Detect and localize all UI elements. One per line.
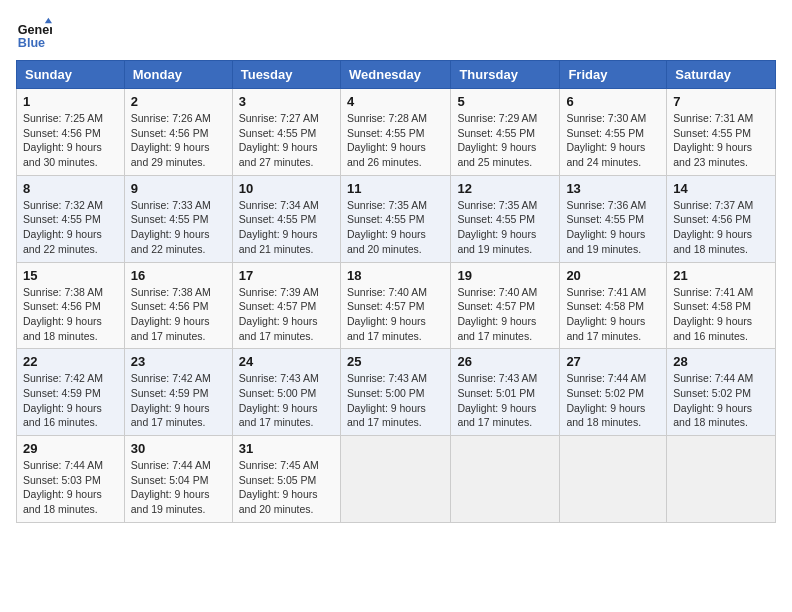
calendar-cell: 22 Sunrise: 7:42 AMSunset: 4:59 PMDaylig… xyxy=(17,349,125,436)
day-number: 15 xyxy=(23,268,118,283)
calendar-cell: 4 Sunrise: 7:28 AMSunset: 4:55 PMDayligh… xyxy=(340,89,450,176)
day-number: 5 xyxy=(457,94,553,109)
day-number: 14 xyxy=(673,181,769,196)
day-info: Sunrise: 7:42 AMSunset: 4:59 PMDaylight:… xyxy=(23,371,118,430)
day-number: 4 xyxy=(347,94,444,109)
calendar-table: SundayMondayTuesdayWednesdayThursdayFrid… xyxy=(16,60,776,523)
day-info: Sunrise: 7:41 AMSunset: 4:58 PMDaylight:… xyxy=(566,285,660,344)
day-number: 19 xyxy=(457,268,553,283)
calendar-cell: 5 Sunrise: 7:29 AMSunset: 4:55 PMDayligh… xyxy=(451,89,560,176)
calendar-cell: 16 Sunrise: 7:38 AMSunset: 4:56 PMDaylig… xyxy=(124,262,232,349)
day-info: Sunrise: 7:31 AMSunset: 4:55 PMDaylight:… xyxy=(673,111,769,170)
calendar-cell: 29 Sunrise: 7:44 AMSunset: 5:03 PMDaylig… xyxy=(17,436,125,523)
svg-marker-2 xyxy=(45,18,52,23)
day-number: 30 xyxy=(131,441,226,456)
calendar-cell: 2 Sunrise: 7:26 AMSunset: 4:56 PMDayligh… xyxy=(124,89,232,176)
weekday-header-saturday: Saturday xyxy=(667,61,776,89)
weekday-header-wednesday: Wednesday xyxy=(340,61,450,89)
calendar-cell: 12 Sunrise: 7:35 AMSunset: 4:55 PMDaylig… xyxy=(451,175,560,262)
calendar-cell xyxy=(667,436,776,523)
calendar-cell: 9 Sunrise: 7:33 AMSunset: 4:55 PMDayligh… xyxy=(124,175,232,262)
day-info: Sunrise: 7:32 AMSunset: 4:55 PMDaylight:… xyxy=(23,198,118,257)
weekday-header-monday: Monday xyxy=(124,61,232,89)
day-number: 27 xyxy=(566,354,660,369)
svg-text:Blue: Blue xyxy=(18,36,45,50)
day-info: Sunrise: 7:45 AMSunset: 5:05 PMDaylight:… xyxy=(239,458,334,517)
calendar-cell: 23 Sunrise: 7:42 AMSunset: 4:59 PMDaylig… xyxy=(124,349,232,436)
day-info: Sunrise: 7:34 AMSunset: 4:55 PMDaylight:… xyxy=(239,198,334,257)
day-number: 18 xyxy=(347,268,444,283)
day-number: 1 xyxy=(23,94,118,109)
calendar-cell: 30 Sunrise: 7:44 AMSunset: 5:04 PMDaylig… xyxy=(124,436,232,523)
page-header: General Blue xyxy=(16,16,776,52)
calendar-cell: 11 Sunrise: 7:35 AMSunset: 4:55 PMDaylig… xyxy=(340,175,450,262)
calendar-cell xyxy=(451,436,560,523)
day-number: 22 xyxy=(23,354,118,369)
day-info: Sunrise: 7:35 AMSunset: 4:55 PMDaylight:… xyxy=(347,198,444,257)
day-info: Sunrise: 7:37 AMSunset: 4:56 PMDaylight:… xyxy=(673,198,769,257)
day-number: 21 xyxy=(673,268,769,283)
day-info: Sunrise: 7:44 AMSunset: 5:03 PMDaylight:… xyxy=(23,458,118,517)
day-number: 29 xyxy=(23,441,118,456)
calendar-cell: 28 Sunrise: 7:44 AMSunset: 5:02 PMDaylig… xyxy=(667,349,776,436)
day-number: 24 xyxy=(239,354,334,369)
day-info: Sunrise: 7:38 AMSunset: 4:56 PMDaylight:… xyxy=(131,285,226,344)
day-info: Sunrise: 7:39 AMSunset: 4:57 PMDaylight:… xyxy=(239,285,334,344)
calendar-cell: 3 Sunrise: 7:27 AMSunset: 4:55 PMDayligh… xyxy=(232,89,340,176)
day-number: 2 xyxy=(131,94,226,109)
calendar-cell: 31 Sunrise: 7:45 AMSunset: 5:05 PMDaylig… xyxy=(232,436,340,523)
day-number: 17 xyxy=(239,268,334,283)
day-info: Sunrise: 7:38 AMSunset: 4:56 PMDaylight:… xyxy=(23,285,118,344)
day-number: 23 xyxy=(131,354,226,369)
calendar-cell: 10 Sunrise: 7:34 AMSunset: 4:55 PMDaylig… xyxy=(232,175,340,262)
day-info: Sunrise: 7:35 AMSunset: 4:55 PMDaylight:… xyxy=(457,198,553,257)
day-info: Sunrise: 7:28 AMSunset: 4:55 PMDaylight:… xyxy=(347,111,444,170)
day-number: 6 xyxy=(566,94,660,109)
calendar-cell: 1 Sunrise: 7:25 AMSunset: 4:56 PMDayligh… xyxy=(17,89,125,176)
calendar-cell: 15 Sunrise: 7:38 AMSunset: 4:56 PMDaylig… xyxy=(17,262,125,349)
day-number: 16 xyxy=(131,268,226,283)
calendar-cell: 19 Sunrise: 7:40 AMSunset: 4:57 PMDaylig… xyxy=(451,262,560,349)
calendar-cell: 7 Sunrise: 7:31 AMSunset: 4:55 PMDayligh… xyxy=(667,89,776,176)
day-number: 28 xyxy=(673,354,769,369)
calendar-cell: 6 Sunrise: 7:30 AMSunset: 4:55 PMDayligh… xyxy=(560,89,667,176)
calendar-cell: 21 Sunrise: 7:41 AMSunset: 4:58 PMDaylig… xyxy=(667,262,776,349)
calendar-cell xyxy=(340,436,450,523)
day-info: Sunrise: 7:42 AMSunset: 4:59 PMDaylight:… xyxy=(131,371,226,430)
day-number: 11 xyxy=(347,181,444,196)
calendar-cell: 8 Sunrise: 7:32 AMSunset: 4:55 PMDayligh… xyxy=(17,175,125,262)
day-info: Sunrise: 7:44 AMSunset: 5:04 PMDaylight:… xyxy=(131,458,226,517)
calendar-cell: 17 Sunrise: 7:39 AMSunset: 4:57 PMDaylig… xyxy=(232,262,340,349)
calendar-cell: 14 Sunrise: 7:37 AMSunset: 4:56 PMDaylig… xyxy=(667,175,776,262)
day-info: Sunrise: 7:40 AMSunset: 4:57 PMDaylight:… xyxy=(347,285,444,344)
weekday-header-thursday: Thursday xyxy=(451,61,560,89)
day-number: 12 xyxy=(457,181,553,196)
day-info: Sunrise: 7:27 AMSunset: 4:55 PMDaylight:… xyxy=(239,111,334,170)
day-number: 31 xyxy=(239,441,334,456)
day-info: Sunrise: 7:25 AMSunset: 4:56 PMDaylight:… xyxy=(23,111,118,170)
weekday-header-tuesday: Tuesday xyxy=(232,61,340,89)
day-number: 20 xyxy=(566,268,660,283)
day-info: Sunrise: 7:30 AMSunset: 4:55 PMDaylight:… xyxy=(566,111,660,170)
day-info: Sunrise: 7:40 AMSunset: 4:57 PMDaylight:… xyxy=(457,285,553,344)
day-number: 25 xyxy=(347,354,444,369)
day-info: Sunrise: 7:41 AMSunset: 4:58 PMDaylight:… xyxy=(673,285,769,344)
day-number: 9 xyxy=(131,181,226,196)
logo: General Blue xyxy=(16,16,56,52)
calendar-cell: 24 Sunrise: 7:43 AMSunset: 5:00 PMDaylig… xyxy=(232,349,340,436)
day-info: Sunrise: 7:43 AMSunset: 5:01 PMDaylight:… xyxy=(457,371,553,430)
calendar-cell: 27 Sunrise: 7:44 AMSunset: 5:02 PMDaylig… xyxy=(560,349,667,436)
day-info: Sunrise: 7:29 AMSunset: 4:55 PMDaylight:… xyxy=(457,111,553,170)
weekday-header-friday: Friday xyxy=(560,61,667,89)
day-info: Sunrise: 7:33 AMSunset: 4:55 PMDaylight:… xyxy=(131,198,226,257)
day-number: 3 xyxy=(239,94,334,109)
calendar-cell: 20 Sunrise: 7:41 AMSunset: 4:58 PMDaylig… xyxy=(560,262,667,349)
day-info: Sunrise: 7:26 AMSunset: 4:56 PMDaylight:… xyxy=(131,111,226,170)
day-number: 10 xyxy=(239,181,334,196)
calendar-cell: 18 Sunrise: 7:40 AMSunset: 4:57 PMDaylig… xyxy=(340,262,450,349)
day-number: 8 xyxy=(23,181,118,196)
day-number: 7 xyxy=(673,94,769,109)
calendar-cell: 25 Sunrise: 7:43 AMSunset: 5:00 PMDaylig… xyxy=(340,349,450,436)
day-info: Sunrise: 7:36 AMSunset: 4:55 PMDaylight:… xyxy=(566,198,660,257)
day-info: Sunrise: 7:43 AMSunset: 5:00 PMDaylight:… xyxy=(239,371,334,430)
